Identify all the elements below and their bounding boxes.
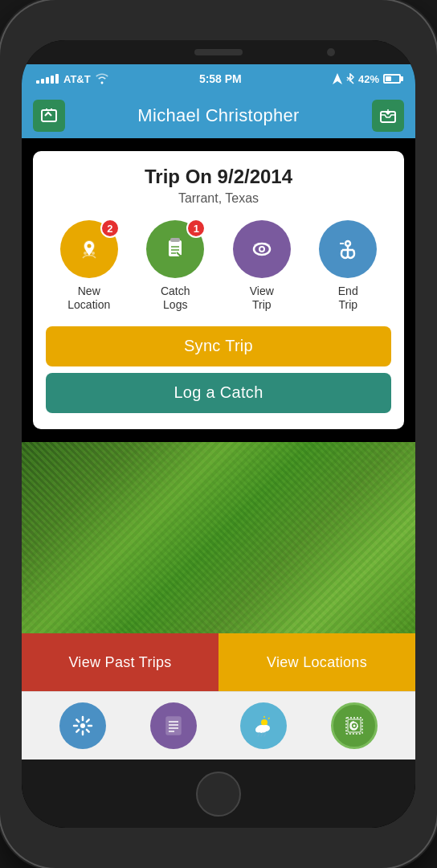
svg-point-29 xyxy=(262,725,270,731)
main-content: Trip On 9/2/2014 Tarrant, Texas xyxy=(22,138,415,760)
background-image xyxy=(22,442,415,633)
svg-point-11 xyxy=(179,255,182,258)
tab-mail[interactable] xyxy=(331,702,378,749)
status-right: 42% xyxy=(333,73,401,85)
header-title: Michael Christopher xyxy=(137,105,299,126)
view-locations-button[interactable]: View Locations xyxy=(218,633,415,691)
tab-weather[interactable] xyxy=(240,702,287,749)
end-trip-button[interactable]: EndTrip xyxy=(319,220,377,312)
svg-rect-7 xyxy=(170,238,180,242)
action-icons-row: 2 NewLocation xyxy=(46,220,391,312)
phone-screen: AT&T 5:58 PM 42% xyxy=(22,40,415,828)
svg-point-5 xyxy=(92,252,95,255)
status-time: 5:58 PM xyxy=(199,72,242,85)
svg-rect-0 xyxy=(42,110,56,121)
svg-point-14 xyxy=(260,248,263,251)
end-trip-icon-wrap xyxy=(319,220,377,278)
svg-point-37 xyxy=(353,725,355,727)
svg-line-31 xyxy=(258,733,259,736)
svg-point-25 xyxy=(261,719,268,726)
catch-logs-icon-wrap: 1 xyxy=(146,220,204,278)
new-location-label: NewLocation xyxy=(67,285,110,312)
carrier-label: AT&T xyxy=(63,73,91,85)
location-icon xyxy=(333,73,342,84)
log-catch-button[interactable]: Log a Catch xyxy=(46,373,391,413)
battery-icon xyxy=(383,74,401,84)
bottom-action-bar: View Past Trips View Locations xyxy=(22,633,415,691)
tab-notes[interactable] xyxy=(150,702,197,749)
svg-point-3 xyxy=(87,244,91,248)
trip-title: Trip On 9/2/2014 xyxy=(46,166,391,188)
sync-trip-button[interactable]: Sync Trip xyxy=(46,326,391,366)
phone-top-bezel xyxy=(22,40,415,64)
trip-location: Tarrant, Texas xyxy=(46,191,391,206)
svg-point-19 xyxy=(80,723,85,728)
new-location-button[interactable]: 2 NewLocation xyxy=(60,220,118,312)
tab-bar xyxy=(22,691,415,760)
trip-card: Trip On 9/2/2014 Tarrant, Texas xyxy=(33,151,404,429)
view-trip-icon xyxy=(233,220,291,278)
back-button[interactable] xyxy=(33,100,65,132)
end-trip-label: EndTrip xyxy=(338,285,358,312)
new-location-icon-wrap: 2 xyxy=(60,220,118,278)
svg-point-4 xyxy=(84,252,87,255)
svg-line-32 xyxy=(261,733,263,736)
svg-point-15 xyxy=(345,241,350,246)
catch-logs-label: CatchLogs xyxy=(161,285,190,312)
catch-logs-button[interactable]: 1 CatchLogs xyxy=(146,220,204,312)
new-location-badge: 2 xyxy=(100,219,120,238)
app-header: Michael Christopher xyxy=(22,93,415,138)
end-trip-icon xyxy=(319,220,377,278)
svg-point-30 xyxy=(255,727,262,733)
status-bar: AT&T 5:58 PM 42% xyxy=(22,64,415,93)
view-trip-icon-wrap xyxy=(233,220,291,278)
view-trip-label: ViewTrip xyxy=(250,285,274,312)
signal-icon xyxy=(36,74,59,84)
home-button-area xyxy=(22,760,415,828)
status-left: AT&T xyxy=(36,73,108,85)
speaker xyxy=(194,49,243,55)
svg-rect-6 xyxy=(169,240,182,256)
home-button[interactable] xyxy=(196,772,241,817)
tab-settings[interactable] xyxy=(59,702,106,749)
camera xyxy=(327,48,335,56)
svg-line-33 xyxy=(264,733,266,736)
wifi-icon xyxy=(96,73,108,84)
bluetooth-icon xyxy=(346,73,354,84)
view-past-trips-button[interactable]: View Past Trips xyxy=(22,633,218,691)
catch-logs-badge: 1 xyxy=(186,219,206,238)
phone-frame: AT&T 5:58 PM 42% xyxy=(0,0,437,868)
battery-percent: 42% xyxy=(358,73,379,85)
svg-line-27 xyxy=(268,718,270,719)
inbox-button[interactable] xyxy=(372,100,404,132)
view-trip-button[interactable]: ViewTrip xyxy=(233,220,291,312)
